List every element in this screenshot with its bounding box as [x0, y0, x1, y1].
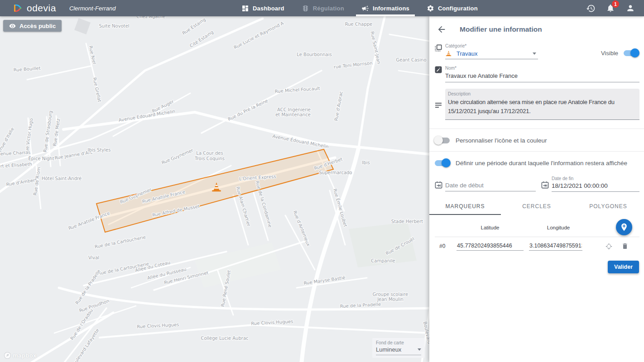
map-street-label: Collège Lucie Aubrac — [201, 336, 248, 341]
dates-row: Date de fin — [429, 176, 644, 192]
nav-tab-label: Dashboard — [253, 5, 284, 12]
category-field[interactable]: Catégorie* Travaux — [445, 43, 538, 59]
user-icon — [626, 4, 635, 13]
add-marker-button[interactable] — [616, 219, 632, 235]
period-toggle-label: Définir une période durant laquelle l'in… — [456, 160, 627, 167]
map-street-label: Suite Novotel — [99, 24, 129, 29]
period-toggle-row: Définir une période durant laquelle l'in… — [429, 157, 644, 169]
city-label: Clermont-Ferrand — [69, 5, 116, 12]
category-field-label: Catégorie* — [445, 43, 538, 48]
calendar-start-icon — [434, 181, 443, 189]
longitude-input[interactable] — [529, 242, 582, 251]
date-end-label: Date de fin — [552, 176, 639, 181]
map-street-label: Le Bourbonnais — [297, 52, 332, 57]
edit-icon — [434, 66, 443, 74]
marker-table-row: #0 — [429, 237, 644, 255]
category-icon — [434, 43, 443, 52]
map-street-label: Épice Night — [28, 156, 54, 161]
map-street-label: Supermarcado — [319, 170, 352, 175]
gear-icon — [427, 5, 434, 12]
date-end-field[interactable]: Date de fin — [552, 176, 639, 192]
back-button[interactable] — [436, 24, 447, 35]
name-field[interactable]: Nom* Travaux rue Anatole France — [445, 66, 639, 82]
category-selected-value: Travaux — [457, 50, 477, 57]
basemap-caret-icon — [418, 348, 421, 351]
basemap-selected-value: Lumineux — [376, 346, 401, 353]
visible-group: Visible — [601, 43, 639, 57]
nav-tab-informations[interactable]: Informations — [361, 0, 409, 16]
nav-tab-label: Régulation — [313, 5, 344, 12]
map-street-label: Géant Casino — [396, 57, 426, 62]
name-field-label: Nom* — [445, 66, 639, 71]
edit-information-panel: Modifier une information Catégorie* Trav… — [429, 16, 644, 362]
date-end-input[interactable] — [552, 181, 639, 192]
pin-plus-icon — [620, 223, 629, 232]
map-street-label: Vival — [88, 255, 99, 260]
description-row: Description Une circulation alternée ser… — [429, 89, 644, 120]
nav-tab-label: Configuration — [438, 5, 478, 12]
dashboard-icon — [241, 5, 249, 12]
history-icon — [586, 4, 596, 13]
divider — [429, 151, 644, 152]
history-button[interactable] — [585, 3, 596, 14]
trash-icon — [621, 243, 629, 250]
brand: odevia Clermont-Ferrand — [13, 3, 115, 14]
nav-actions: 1 — [585, 0, 636, 16]
map-street-label: Chez Agathe — [136, 16, 165, 19]
longitude-column-header: Longitude — [529, 225, 588, 230]
basemap-select[interactable]: Fond de carte Lumineux — [372, 338, 425, 358]
map-street-label: ACC Ingénierie — [277, 107, 311, 112]
delete-marker-button[interactable] — [620, 242, 630, 251]
user-button[interactable] — [625, 3, 636, 14]
map-street-label: Trois Coquins — [194, 156, 225, 161]
eye-icon — [9, 23, 16, 29]
visible-label: Visible — [601, 50, 618, 57]
map-street-label: Hôtel Saint-André — [42, 176, 82, 181]
nav-tab-dashboard[interactable]: Dashboard — [241, 0, 284, 16]
map-street-label: et Maintenance — [275, 112, 311, 117]
visible-toggle[interactable] — [624, 50, 639, 56]
nav-tab-configuration[interactable]: Configuration — [427, 0, 478, 16]
marker-index: #0 — [439, 243, 457, 249]
tab-cercles[interactable]: CERCLES — [501, 198, 572, 215]
locate-marker-button[interactable] — [604, 242, 613, 251]
tab-marqueurs[interactable]: MARQUEURS — [429, 198, 501, 215]
mapbox-icon — [4, 352, 11, 359]
description-field[interactable]: Description Une circulation alternée ser… — [445, 89, 639, 120]
map-canvas[interactable]: Suite NovotelChez AgatheRue EstaingCité … — [0, 16, 429, 362]
map-street-label: La Cour des — [196, 151, 223, 156]
calendar-end-icon — [540, 181, 549, 189]
nav-tabs: Dashboard Régulation Informations Config… — [241, 0, 478, 16]
public-access-label: Accès public — [19, 23, 56, 29]
notifications-button[interactable]: 1 — [605, 3, 616, 14]
tab-polygones[interactable]: POLYGONES — [572, 198, 644, 215]
mapbox-logo[interactable]: mapbox — [4, 352, 37, 359]
top-navbar: odevia Clermont-Ferrand Dashboard Régula… — [0, 0, 644, 16]
crosshair-icon — [605, 243, 613, 250]
odevia-logo-icon — [13, 3, 23, 13]
map-street-label: Groupe scolaire — [373, 292, 408, 297]
submit-button[interactable]: Valider — [608, 261, 639, 273]
map-street-label: Campanile — [371, 258, 395, 263]
category-row: Catégorie* Travaux Visible — [429, 43, 644, 59]
name-value: Travaux rue Anatole France — [445, 71, 639, 82]
date-start-field[interactable] — [445, 176, 536, 191]
nav-tab-label: Informations — [373, 5, 409, 12]
brand-name: odevia — [27, 3, 56, 14]
name-row: Nom* Travaux rue Anatole France — [429, 66, 644, 82]
map-street-label: Stade Herbert — [391, 219, 423, 224]
nav-tab-regulation[interactable]: Régulation — [302, 0, 344, 16]
map-street-label: Jean Moulin — [377, 297, 404, 302]
date-start-input[interactable] — [445, 181, 536, 191]
notification-badge: 1 — [612, 0, 619, 8]
traffic-light-icon — [302, 5, 309, 12]
category-caret-icon — [533, 52, 536, 55]
public-access-button[interactable]: Accès public — [3, 20, 62, 32]
geometry-tabs: MARQUEURS CERCLES POLYGONES — [429, 198, 644, 215]
latitude-input[interactable] — [457, 242, 524, 251]
customize-icon-toggle-label: Personnaliser l'icône et la couleur — [456, 137, 547, 144]
period-toggle[interactable] — [435, 160, 450, 166]
customize-icon-toggle[interactable] — [435, 138, 450, 143]
panel-header: Modifier une information — [429, 16, 644, 35]
notes-icon — [434, 100, 443, 110]
